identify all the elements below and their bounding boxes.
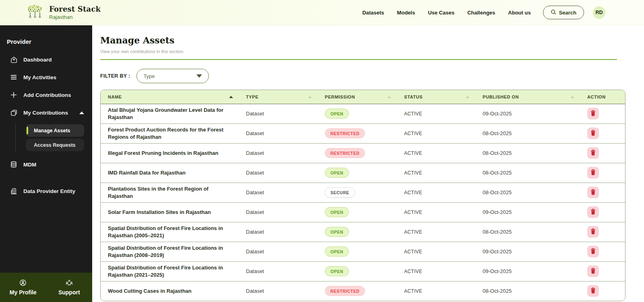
sidebar-subitem-manage-assets[interactable]: Manage Assets [26, 124, 84, 137]
asset-status: ACTIVE [397, 281, 475, 301]
asset-status: ACTIVE [397, 123, 475, 143]
trash-icon [590, 169, 596, 177]
delete-button[interactable] [587, 206, 599, 218]
asset-permission-cell: OPEN [318, 242, 397, 261]
list-icon [10, 73, 18, 81]
permission-badge: OPEN [325, 227, 349, 237]
table-row: IMD Rainfall Data for Rajasthan Dataset … [101, 163, 625, 183]
filter-row: FILTER BY : Type [100, 69, 644, 83]
asset-published-on: 08-Oct-2025 [475, 183, 580, 202]
permission-badge: RESTRICTED [325, 128, 365, 138]
asset-action-cell [580, 143, 625, 163]
asset-action-cell [580, 202, 625, 222]
page-title: Manage Assets [100, 35, 644, 45]
asset-name: Forest Product Auction Records for the F… [101, 123, 239, 143]
table-row: Spatial Distribution of Forest Fire Loca… [101, 261, 625, 281]
asset-published-on: 09-Oct-2025 [475, 202, 580, 222]
sidebar-item-label: MDM [23, 162, 36, 168]
assets-table: NAME TYPE PERMISSION STATUS PUBLISHED ON… [100, 90, 625, 301]
asset-published-on: 09-Oct-2025 [475, 242, 580, 261]
asset-published-on: 09-Oct-2025 [475, 104, 580, 123]
nav-challenges[interactable]: Challenges [467, 10, 495, 16]
table-header-row: NAME TYPE PERMISSION STATUS PUBLISHED ON… [101, 90, 625, 104]
top-header: Forest Stack Rajasthan Datasets Models U… [0, 0, 644, 25]
asset-action-cell [580, 163, 625, 183]
column-header-published-on[interactable]: PUBLISHED ON [475, 90, 580, 104]
asset-name: Solar Farm Installation Sites in Rajasth… [101, 202, 239, 222]
asset-permission-cell: RESTRICTED [318, 281, 397, 301]
column-header-action: ACTION [580, 90, 625, 104]
column-header-permission[interactable]: PERMISSION [318, 90, 397, 104]
permission-badge: RESTRICTED [325, 148, 365, 158]
trash-icon [590, 228, 596, 236]
permission-badge: OPEN [325, 247, 349, 257]
delete-button[interactable] [587, 127, 599, 139]
asset-action-cell [580, 123, 625, 143]
my-profile-button[interactable]: My Profile [0, 273, 46, 302]
asset-status: ACTIVE [397, 104, 475, 123]
main-content: Manage Assets View your own contribution… [92, 25, 644, 302]
brand-subtitle: Rajasthan [49, 14, 101, 20]
search-label: Search [559, 10, 576, 16]
profile-icon [19, 279, 27, 288]
delete-button[interactable] [587, 187, 599, 198]
delete-button[interactable] [587, 246, 599, 257]
nav-about-us[interactable]: About us [508, 10, 530, 16]
subitem-label: Access Requests [34, 142, 76, 148]
asset-name: Illegal Forest Pruning Incidents in Raja… [101, 143, 239, 163]
asset-action-cell [580, 242, 625, 261]
search-button[interactable]: Search [543, 6, 584, 19]
permission-badge: RESTRICTED [325, 286, 365, 296]
delete-button[interactable] [587, 147, 599, 159]
delete-button[interactable] [587, 285, 599, 297]
asset-permission-cell: RESTRICTED [318, 143, 397, 163]
delete-button[interactable] [587, 226, 599, 238]
sidebar-subitem-access-requests[interactable]: Access Requests [26, 139, 84, 151]
sort-asc-icon [229, 96, 233, 98]
sidebar-item-add-contributions[interactable]: Add Contributions [0, 86, 92, 104]
brand-title: Forest Stack [49, 5, 101, 13]
asset-status: ACTIVE [397, 222, 475, 242]
support-button[interactable]: Support [46, 273, 93, 302]
plus-icon [10, 91, 18, 99]
column-header-type[interactable]: TYPE [239, 90, 318, 104]
asset-status: ACTIVE [397, 202, 475, 222]
asset-type: Dataset [239, 104, 318, 123]
table-row: Spatial Distribution of Forest Fire Loca… [101, 242, 625, 261]
sidebar-item-label: Add Contributions [23, 92, 71, 98]
asset-type: Dataset [239, 261, 318, 281]
asset-action-cell [580, 222, 625, 242]
delete-button[interactable] [587, 167, 599, 179]
delete-button[interactable] [587, 108, 599, 119]
permission-badge: OPEN [325, 109, 349, 119]
asset-status: ACTIVE [397, 261, 475, 281]
asset-name: Plantations Sites in the Forest Region o… [101, 183, 239, 202]
type-filter-dropdown[interactable]: Type [136, 69, 209, 83]
sidebar-item-my-activities[interactable]: My Activities [0, 68, 92, 86]
sidebar-item-data-provider-entity[interactable]: Data Provider Entity [0, 182, 92, 200]
table-row: Forest Product Auction Records for the F… [101, 123, 625, 143]
sort-asc-icon [466, 96, 470, 98]
sort-asc-icon [570, 96, 574, 98]
permission-badge: OPEN [325, 168, 349, 178]
nav-datasets[interactable]: Datasets [362, 10, 384, 16]
table-row: Plantations Sites in the Forest Region o… [101, 183, 625, 202]
asset-name: Spatial Distribution of Forest Fire Loca… [101, 242, 239, 261]
sidebar-item-label: My Activities [23, 74, 56, 80]
avatar[interactable]: RD [593, 6, 605, 19]
asset-published-on: 08-Oct-2025 [475, 163, 580, 183]
sidebar-item-dashboard[interactable]: Dashboard [0, 51, 92, 68]
table-row: Solar Farm Installation Sites in Rajasth… [101, 202, 625, 222]
sidebar-item-my-contributions[interactable]: My Contributions [0, 104, 92, 121]
delete-button[interactable] [587, 265, 599, 277]
sidebar-item-mdm[interactable]: MDM [0, 156, 92, 173]
asset-type: Dataset [239, 163, 318, 183]
nav-models[interactable]: Models [397, 10, 415, 16]
sidebar-item-label: Data Provider Entity [23, 188, 75, 194]
sort-asc-icon [387, 96, 391, 98]
footer-item-label: My Profile [10, 289, 37, 296]
column-header-name[interactable]: NAME [101, 90, 239, 104]
trash-icon [590, 130, 596, 137]
nav-use-cases[interactable]: Use Cases [428, 10, 454, 16]
column-header-status[interactable]: STATUS [397, 90, 475, 104]
